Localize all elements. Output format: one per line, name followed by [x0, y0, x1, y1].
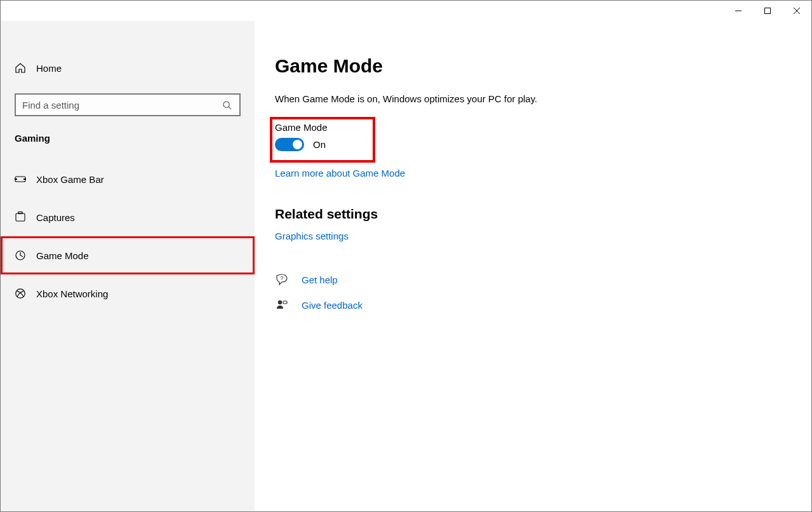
sidebar-item-label: Game Mode [36, 250, 89, 261]
sidebar: Settings Home Gaming [1, 21, 255, 511]
game-mode-toggle-block: Game Mode On [275, 122, 376, 155]
svg-rect-3 [15, 179, 17, 180]
search-container [15, 93, 241, 116]
minimize-button[interactable] [724, 1, 753, 21]
sidebar-item-captures[interactable]: Captures [1, 198, 255, 236]
back-button[interactable] [7, 21, 32, 24]
svg-point-8 [16, 289, 25, 298]
sidebar-header: Settings [1, 21, 255, 24]
graphics-settings-link[interactable]: Graphics settings [275, 231, 349, 241]
get-help-link[interactable]: Get help [302, 274, 338, 285]
game-bar-icon [15, 173, 36, 185]
sidebar-item-xbox-game-bar[interactable]: Xbox Game Bar [1, 160, 255, 198]
svg-text:?: ? [280, 275, 283, 281]
toggle-state-text: On [313, 139, 326, 150]
settings-window: Settings Home Gaming [0, 0, 812, 512]
category-header: Gaming [15, 133, 255, 144]
svg-rect-4 [23, 179, 26, 180]
titlebar [1, 1, 811, 21]
xbox-icon [15, 288, 36, 299]
search-box[interactable] [15, 93, 241, 116]
nav-list: Xbox Game Bar Captures Game Mode [1, 160, 255, 313]
help-icon: ? [275, 273, 289, 286]
sidebar-item-xbox-networking[interactable]: Xbox Networking [1, 274, 255, 313]
home-label: Home [36, 63, 62, 74]
captures-icon [15, 212, 36, 223]
page-title: Game Mode [275, 55, 811, 77]
page-description: When Game Mode is on, Windows optimizes … [275, 93, 811, 104]
home-nav[interactable]: Home [1, 54, 255, 82]
give-feedback-row[interactable]: Give feedback [275, 292, 811, 318]
sidebar-item-label: Xbox Networking [36, 288, 108, 299]
minimize-icon [735, 8, 742, 14]
sidebar-item-game-mode[interactable]: Game Mode [1, 236, 255, 274]
close-icon [794, 8, 800, 14]
svg-point-1 [223, 101, 229, 107]
toggle-knob [293, 140, 302, 149]
get-help-row[interactable]: ? Get help [275, 267, 811, 292]
give-feedback-link[interactable]: Give feedback [302, 300, 363, 311]
game-mode-icon [15, 250, 36, 261]
sidebar-item-label: Xbox Game Bar [36, 174, 104, 185]
close-button[interactable] [782, 1, 811, 21]
svg-rect-11 [283, 301, 287, 304]
sidebar-item-label: Captures [36, 212, 75, 223]
svg-rect-5 [16, 213, 25, 221]
toggle-row: On [275, 138, 376, 151]
game-mode-toggle[interactable] [275, 138, 304, 151]
svg-rect-6 [18, 212, 22, 214]
home-icon [15, 62, 36, 74]
svg-point-10 [278, 300, 282, 304]
maximize-button[interactable] [753, 1, 782, 21]
maximize-icon [764, 8, 771, 14]
search-icon [220, 100, 233, 110]
svg-rect-0 [765, 8, 771, 14]
learn-more-link[interactable]: Learn more about Game Mode [275, 168, 405, 179]
content-area: Settings Home Gaming [1, 21, 811, 511]
feedback-icon [275, 299, 289, 311]
related-settings-heading: Related settings [275, 206, 811, 222]
main-panel: Game Mode When Game Mode is on, Windows … [255, 21, 811, 511]
help-section: ? Get help Give feedback [275, 267, 811, 318]
search-input[interactable] [22, 100, 220, 111]
toggle-label: Game Mode [275, 122, 376, 133]
